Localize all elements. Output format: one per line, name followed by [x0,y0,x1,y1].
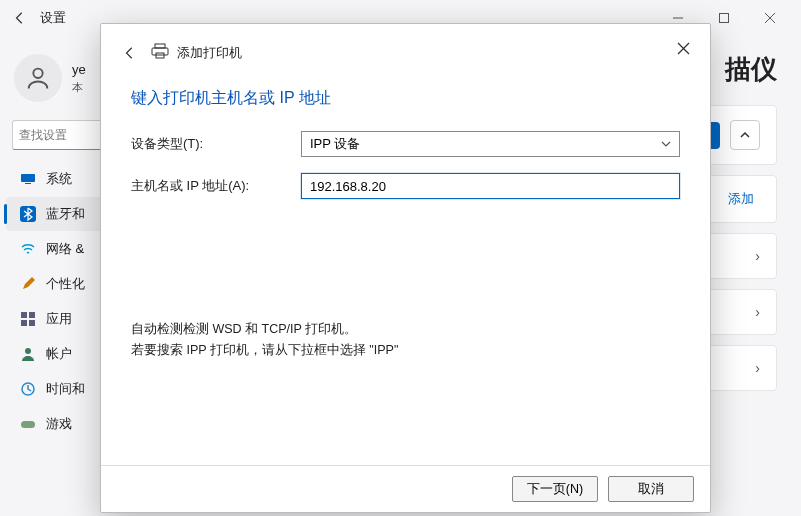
add-printer-dialog: 添加打印机 键入打印机主机名或 IP 地址 设备类型(T): IPP 设备 主机… [100,23,711,513]
brush-icon [20,276,36,292]
device-type-label: 设备类型(T): [131,135,301,153]
dialog-close-button[interactable] [668,33,698,63]
back-button[interactable] [8,6,32,30]
svg-point-12 [25,348,31,354]
user-subtitle: 本 [72,80,86,95]
cancel-button[interactable]: 取消 [608,476,694,502]
svg-rect-16 [152,48,168,55]
svg-rect-10 [21,320,27,326]
svg-rect-9 [29,312,35,318]
sidebar-item-label: 蓝牙和 [46,205,85,223]
dialog-header: 添加打印机 [101,24,710,70]
sidebar-item-label: 应用 [46,310,72,328]
dialog-back-button[interactable] [119,42,141,64]
close-button[interactable] [747,3,793,33]
wifi-icon [20,241,36,257]
sidebar-item-label: 时间和 [46,380,85,398]
hostname-row: 主机名或 IP 地址(A): [131,173,680,199]
svg-rect-1 [720,14,729,23]
device-type-select[interactable]: IPP 设备 [301,131,680,157]
dialog-breadcrumb: 添加打印机 [177,44,242,62]
chevron-right-icon: › [755,248,760,264]
printer-icon [151,43,169,63]
window-title: 设置 [40,9,66,27]
chevron-up-icon [739,129,751,141]
avatar [14,54,62,102]
device-type-row: 设备类型(T): IPP 设备 [131,131,680,157]
svg-rect-6 [25,183,31,184]
sidebar-item-label: 个性化 [46,275,85,293]
user-name: ye [72,61,86,79]
sidebar-item-label: 系统 [46,170,72,188]
next-button[interactable]: 下一页(N) [512,476,598,502]
dialog-body: 键入打印机主机名或 IP 地址 设备类型(T): IPP 设备 主机名或 IP … [101,70,710,465]
bluetooth-icon [20,206,36,222]
chevron-right-icon: › [755,304,760,320]
hostname-label: 主机名或 IP 地址(A): [131,177,301,195]
person-icon [20,346,36,362]
svg-point-4 [33,69,42,78]
add-link[interactable]: 添加 [728,190,760,208]
expand-button[interactable] [730,120,760,150]
game-icon [20,416,36,432]
sidebar-item-label: 游戏 [46,415,72,433]
svg-rect-5 [21,174,35,182]
hostname-input[interactable] [301,173,680,199]
clock-icon [20,381,36,397]
hint-text: 自动检测检测 WSD 和 TCP/IP 打印机。 若要搜索 IPP 打印机，请从… [131,319,680,362]
chevron-right-icon: › [755,360,760,376]
svg-rect-15 [155,44,165,48]
sidebar-item-label: 帐户 [46,345,72,363]
svg-rect-14 [21,421,35,428]
hint-line-1: 自动检测检测 WSD 和 TCP/IP 打印机。 [131,319,680,340]
svg-rect-8 [21,312,27,318]
svg-rect-11 [29,320,35,326]
hint-line-2: 若要搜索 IPP 打印机，请从下拉框中选择 "IPP" [131,340,680,361]
device-type-value: IPP 设备 [310,135,360,153]
sidebar-item-label: 网络 & [46,240,84,258]
dialog-footer: 下一页(N) 取消 [101,465,710,512]
monitor-icon [20,171,36,187]
chevron-down-icon [661,139,671,149]
wizard-title: 键入打印机主机名或 IP 地址 [131,88,680,109]
apps-icon [20,311,36,327]
